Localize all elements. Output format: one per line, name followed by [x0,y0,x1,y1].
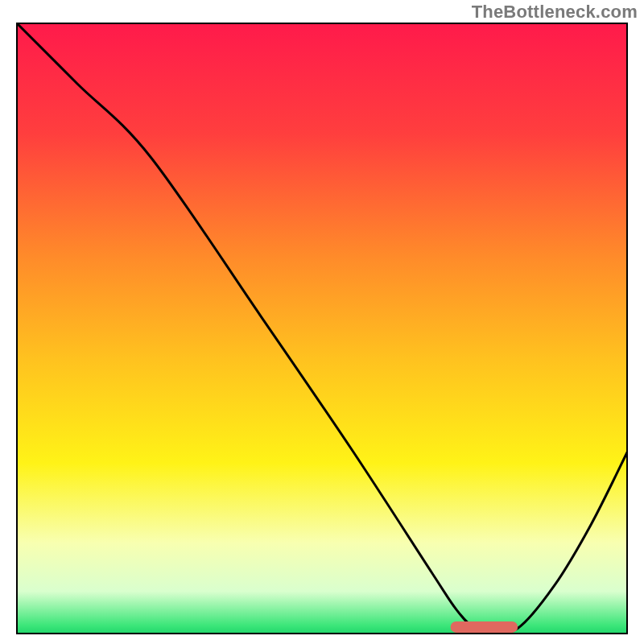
optimal-range-marker [451,621,518,633]
plot-area [16,23,628,634]
watermark-label: TheBottleneck.com [472,2,638,23]
chart-svg [16,23,628,634]
gradient-background [16,23,628,634]
chart-container: TheBottleneck.com [0,0,644,644]
